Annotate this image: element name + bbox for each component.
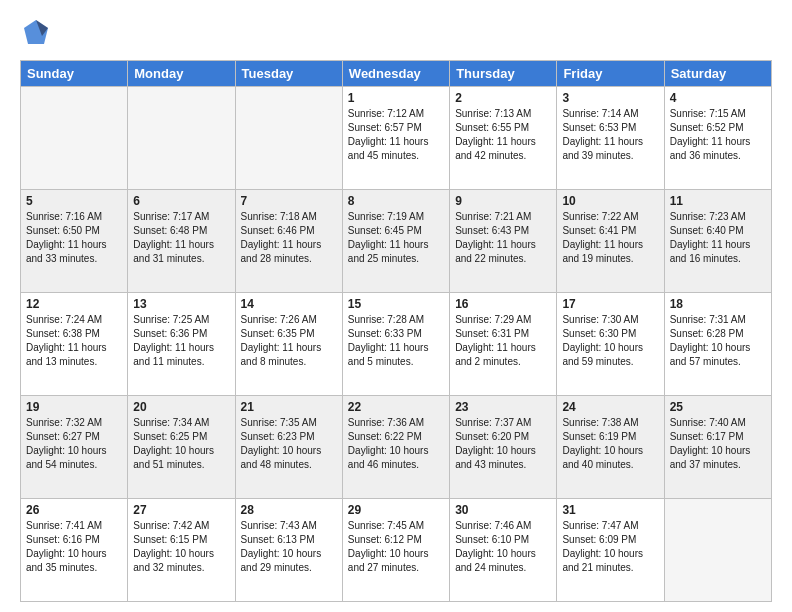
day-of-week-header: Friday bbox=[557, 61, 664, 87]
day-info: Sunrise: 7:15 AM Sunset: 6:52 PM Dayligh… bbox=[670, 107, 766, 163]
calendar: SundayMondayTuesdayWednesdayThursdayFrid… bbox=[20, 60, 772, 602]
day-number: 29 bbox=[348, 503, 444, 517]
day-cell: 9Sunrise: 7:21 AM Sunset: 6:43 PM Daylig… bbox=[450, 190, 557, 293]
day-info: Sunrise: 7:23 AM Sunset: 6:40 PM Dayligh… bbox=[670, 210, 766, 266]
day-cell: 16Sunrise: 7:29 AM Sunset: 6:31 PM Dayli… bbox=[450, 293, 557, 396]
day-number: 30 bbox=[455, 503, 551, 517]
day-cell: 5Sunrise: 7:16 AM Sunset: 6:50 PM Daylig… bbox=[21, 190, 128, 293]
day-number: 14 bbox=[241, 297, 337, 311]
day-number: 21 bbox=[241, 400, 337, 414]
day-number: 8 bbox=[348, 194, 444, 208]
day-number: 22 bbox=[348, 400, 444, 414]
day-cell: 20Sunrise: 7:34 AM Sunset: 6:25 PM Dayli… bbox=[128, 396, 235, 499]
day-info: Sunrise: 7:41 AM Sunset: 6:16 PM Dayligh… bbox=[26, 519, 122, 575]
day-cell: 13Sunrise: 7:25 AM Sunset: 6:36 PM Dayli… bbox=[128, 293, 235, 396]
day-number: 11 bbox=[670, 194, 766, 208]
day-cell: 10Sunrise: 7:22 AM Sunset: 6:41 PM Dayli… bbox=[557, 190, 664, 293]
day-info: Sunrise: 7:22 AM Sunset: 6:41 PM Dayligh… bbox=[562, 210, 658, 266]
day-of-week-header: Thursday bbox=[450, 61, 557, 87]
day-number: 19 bbox=[26, 400, 122, 414]
day-info: Sunrise: 7:29 AM Sunset: 6:31 PM Dayligh… bbox=[455, 313, 551, 369]
day-info: Sunrise: 7:16 AM Sunset: 6:50 PM Dayligh… bbox=[26, 210, 122, 266]
day-cell: 30Sunrise: 7:46 AM Sunset: 6:10 PM Dayli… bbox=[450, 499, 557, 602]
day-info: Sunrise: 7:17 AM Sunset: 6:48 PM Dayligh… bbox=[133, 210, 229, 266]
day-number: 20 bbox=[133, 400, 229, 414]
day-info: Sunrise: 7:25 AM Sunset: 6:36 PM Dayligh… bbox=[133, 313, 229, 369]
day-number: 17 bbox=[562, 297, 658, 311]
day-info: Sunrise: 7:38 AM Sunset: 6:19 PM Dayligh… bbox=[562, 416, 658, 472]
day-number: 2 bbox=[455, 91, 551, 105]
day-info: Sunrise: 7:24 AM Sunset: 6:38 PM Dayligh… bbox=[26, 313, 122, 369]
day-cell: 7Sunrise: 7:18 AM Sunset: 6:46 PM Daylig… bbox=[235, 190, 342, 293]
day-cell: 28Sunrise: 7:43 AM Sunset: 6:13 PM Dayli… bbox=[235, 499, 342, 602]
day-cell: 1Sunrise: 7:12 AM Sunset: 6:57 PM Daylig… bbox=[342, 87, 449, 190]
day-info: Sunrise: 7:14 AM Sunset: 6:53 PM Dayligh… bbox=[562, 107, 658, 163]
day-number: 31 bbox=[562, 503, 658, 517]
day-cell: 31Sunrise: 7:47 AM Sunset: 6:09 PM Dayli… bbox=[557, 499, 664, 602]
day-number: 24 bbox=[562, 400, 658, 414]
day-info: Sunrise: 7:30 AM Sunset: 6:30 PM Dayligh… bbox=[562, 313, 658, 369]
day-info: Sunrise: 7:12 AM Sunset: 6:57 PM Dayligh… bbox=[348, 107, 444, 163]
week-row: 26Sunrise: 7:41 AM Sunset: 6:16 PM Dayli… bbox=[21, 499, 772, 602]
day-cell bbox=[235, 87, 342, 190]
day-cell: 6Sunrise: 7:17 AM Sunset: 6:48 PM Daylig… bbox=[128, 190, 235, 293]
day-cell: 27Sunrise: 7:42 AM Sunset: 6:15 PM Dayli… bbox=[128, 499, 235, 602]
day-cell bbox=[128, 87, 235, 190]
day-number: 16 bbox=[455, 297, 551, 311]
day-cell: 23Sunrise: 7:37 AM Sunset: 6:20 PM Dayli… bbox=[450, 396, 557, 499]
day-info: Sunrise: 7:34 AM Sunset: 6:25 PM Dayligh… bbox=[133, 416, 229, 472]
day-number: 10 bbox=[562, 194, 658, 208]
day-info: Sunrise: 7:13 AM Sunset: 6:55 PM Dayligh… bbox=[455, 107, 551, 163]
day-number: 15 bbox=[348, 297, 444, 311]
day-number: 5 bbox=[26, 194, 122, 208]
day-of-week-header: Monday bbox=[128, 61, 235, 87]
week-row: 1Sunrise: 7:12 AM Sunset: 6:57 PM Daylig… bbox=[21, 87, 772, 190]
day-info: Sunrise: 7:32 AM Sunset: 6:27 PM Dayligh… bbox=[26, 416, 122, 472]
day-cell: 24Sunrise: 7:38 AM Sunset: 6:19 PM Dayli… bbox=[557, 396, 664, 499]
day-info: Sunrise: 7:26 AM Sunset: 6:35 PM Dayligh… bbox=[241, 313, 337, 369]
day-cell: 8Sunrise: 7:19 AM Sunset: 6:45 PM Daylig… bbox=[342, 190, 449, 293]
day-number: 18 bbox=[670, 297, 766, 311]
logo bbox=[20, 18, 56, 50]
logo-icon bbox=[20, 18, 52, 50]
day-number: 28 bbox=[241, 503, 337, 517]
day-number: 9 bbox=[455, 194, 551, 208]
day-info: Sunrise: 7:36 AM Sunset: 6:22 PM Dayligh… bbox=[348, 416, 444, 472]
day-info: Sunrise: 7:28 AM Sunset: 6:33 PM Dayligh… bbox=[348, 313, 444, 369]
day-info: Sunrise: 7:37 AM Sunset: 6:20 PM Dayligh… bbox=[455, 416, 551, 472]
day-cell: 14Sunrise: 7:26 AM Sunset: 6:35 PM Dayli… bbox=[235, 293, 342, 396]
day-number: 26 bbox=[26, 503, 122, 517]
page: SundayMondayTuesdayWednesdayThursdayFrid… bbox=[0, 0, 792, 612]
day-cell: 29Sunrise: 7:45 AM Sunset: 6:12 PM Dayli… bbox=[342, 499, 449, 602]
day-info: Sunrise: 7:46 AM Sunset: 6:10 PM Dayligh… bbox=[455, 519, 551, 575]
day-cell: 22Sunrise: 7:36 AM Sunset: 6:22 PM Dayli… bbox=[342, 396, 449, 499]
day-of-week-header: Wednesday bbox=[342, 61, 449, 87]
day-info: Sunrise: 7:42 AM Sunset: 6:15 PM Dayligh… bbox=[133, 519, 229, 575]
day-cell: 21Sunrise: 7:35 AM Sunset: 6:23 PM Dayli… bbox=[235, 396, 342, 499]
day-number: 7 bbox=[241, 194, 337, 208]
day-info: Sunrise: 7:18 AM Sunset: 6:46 PM Dayligh… bbox=[241, 210, 337, 266]
day-cell: 17Sunrise: 7:30 AM Sunset: 6:30 PM Dayli… bbox=[557, 293, 664, 396]
day-info: Sunrise: 7:19 AM Sunset: 6:45 PM Dayligh… bbox=[348, 210, 444, 266]
day-info: Sunrise: 7:40 AM Sunset: 6:17 PM Dayligh… bbox=[670, 416, 766, 472]
day-cell: 15Sunrise: 7:28 AM Sunset: 6:33 PM Dayli… bbox=[342, 293, 449, 396]
day-number: 1 bbox=[348, 91, 444, 105]
day-cell bbox=[664, 499, 771, 602]
day-number: 25 bbox=[670, 400, 766, 414]
day-cell bbox=[21, 87, 128, 190]
day-cell: 18Sunrise: 7:31 AM Sunset: 6:28 PM Dayli… bbox=[664, 293, 771, 396]
day-info: Sunrise: 7:21 AM Sunset: 6:43 PM Dayligh… bbox=[455, 210, 551, 266]
day-number: 13 bbox=[133, 297, 229, 311]
day-cell: 12Sunrise: 7:24 AM Sunset: 6:38 PM Dayli… bbox=[21, 293, 128, 396]
day-cell: 4Sunrise: 7:15 AM Sunset: 6:52 PM Daylig… bbox=[664, 87, 771, 190]
day-number: 6 bbox=[133, 194, 229, 208]
header bbox=[20, 18, 772, 50]
week-row: 19Sunrise: 7:32 AM Sunset: 6:27 PM Dayli… bbox=[21, 396, 772, 499]
header-row: SundayMondayTuesdayWednesdayThursdayFrid… bbox=[21, 61, 772, 87]
day-number: 27 bbox=[133, 503, 229, 517]
day-info: Sunrise: 7:31 AM Sunset: 6:28 PM Dayligh… bbox=[670, 313, 766, 369]
day-cell: 26Sunrise: 7:41 AM Sunset: 6:16 PM Dayli… bbox=[21, 499, 128, 602]
day-info: Sunrise: 7:35 AM Sunset: 6:23 PM Dayligh… bbox=[241, 416, 337, 472]
day-number: 12 bbox=[26, 297, 122, 311]
day-info: Sunrise: 7:45 AM Sunset: 6:12 PM Dayligh… bbox=[348, 519, 444, 575]
